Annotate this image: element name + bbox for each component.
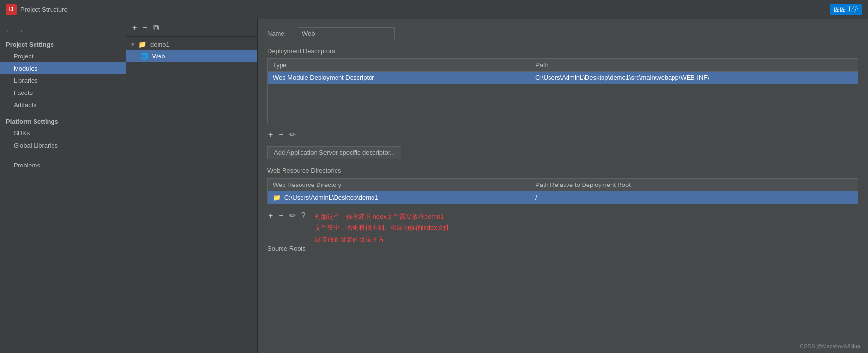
web-resource-action-toolbar: + − ✏ ? (267, 208, 307, 223)
tree-panel: + − ⧉ ▼ 📁 demo1 🌐 Web (126, 19, 258, 353)
forward-arrow[interactable]: → (17, 26, 24, 35)
web-resource-dir-cell: 📁 C:\Users\AdminL\Desktop\demo1 (268, 191, 531, 204)
folder-icon-small: 📁 (273, 194, 281, 201)
web-resource-edit-btn[interactable]: ✏ (288, 211, 297, 220)
web-resource-table: Web Resource Directory Path Relative to … (267, 178, 858, 204)
folder-icon: 📁 (138, 40, 146, 48)
sidebar-item-project[interactable]: Project (0, 50, 126, 62)
main-layout: ← → Project Settings Project Modules Lib… (0, 19, 868, 353)
deployment-path-cell: C:\Users\AdminL\Desktop\demo1\src\main\w… (531, 72, 858, 84)
web-resource-add-btn[interactable]: + (267, 211, 274, 220)
sidebar-item-sdks[interactable]: SDKs (0, 127, 126, 139)
tree-item-demo1[interactable]: ▼ 📁 demo1 (126, 38, 257, 50)
deployment-table-row[interactable]: Web Module Deployment Descriptor C:\User… (268, 72, 858, 84)
tree-remove-button[interactable]: − (142, 23, 148, 32)
tree-toolbar: + − ⧉ (126, 19, 257, 37)
deployment-remove-btn[interactable]: − (278, 130, 284, 139)
deployment-add-btn[interactable]: + (267, 130, 274, 139)
web-icon: 🌐 (140, 52, 148, 60)
sidebar-item-facets[interactable]: Facets (0, 87, 126, 99)
sidebar-divider-2 (0, 151, 126, 155)
web-resource-section-title: Web Resource Directories (267, 167, 858, 174)
window-title: Project Structure (20, 6, 68, 13)
annotation-line-2: 文件夹中，否则将找不到。相应的你的index文件 (315, 222, 450, 233)
deployment-table-empty (268, 84, 858, 123)
web-resource-left: + − ✏ ? (267, 208, 307, 245)
tree-add-button[interactable]: + (131, 23, 138, 32)
deployment-section-title: Deployment Descriptors (267, 47, 858, 55)
deployment-type-cell: Web Module Deployment Descriptor (268, 72, 531, 84)
add-server-button[interactable]: Add Application Server specific descript… (267, 146, 401, 159)
sidebar-item-modules[interactable]: Modules (0, 62, 126, 74)
content-panel: Name: Deployment Descriptors Type Path W… (258, 19, 868, 353)
sidebar: ← → Project Settings Project Modules Lib… (0, 19, 126, 353)
app-logo: IJ (6, 4, 17, 15)
tree-expand-arrow: ▼ (130, 42, 136, 47)
title-bar: IJ Project Structure 佐佐·工学 (0, 0, 868, 19)
type-column-header: Type (268, 59, 531, 71)
title-badge: 佐佐·工学 (830, 4, 862, 15)
sidebar-spacer (0, 155, 126, 159)
platform-settings-header: Platform Settings (0, 115, 126, 127)
tree-item-demo1-label: demo1 (150, 41, 170, 48)
name-label: Name: (267, 30, 292, 37)
sidebar-item-problems[interactable]: Problems (0, 159, 126, 171)
back-arrow[interactable]: ← (5, 26, 13, 35)
web-resource-path-cell: / (531, 191, 858, 204)
web-resource-table-row[interactable]: 📁 C:\Users\AdminL\Desktop\demo1 / (268, 191, 858, 204)
credit-text: CSDN @Mazeltov&&lliua (800, 343, 860, 349)
source-roots-section-title: Source Roots (267, 245, 858, 252)
annotation-text: 列如这个，你创建的index文件需要放在demo1 文件夹中，否则将找不到。相应… (315, 211, 450, 245)
web-resource-table-header: Web Resource Directory Path Relative to … (268, 179, 858, 191)
web-resource-remove-btn[interactable]: − (278, 211, 284, 220)
tree-content: ▼ 📁 demo1 🌐 Web (126, 37, 257, 353)
web-resource-help-btn[interactable]: ? (301, 211, 307, 220)
annotation-line-3: 应该放到设定的目录下方 (315, 234, 450, 245)
deployment-action-toolbar: + − ✏ (267, 127, 858, 142)
web-resource-path-header: Path Relative to Deployment Root (531, 179, 858, 191)
annotation-line-1: 列如这个，你创建的index文件需要放在demo1 (315, 211, 450, 222)
name-field-row: Name: (267, 27, 858, 39)
sidebar-item-global-libraries[interactable]: Global Libraries (0, 139, 126, 151)
path-column-header: Path (531, 59, 858, 71)
name-input[interactable] (298, 27, 395, 39)
sidebar-divider (0, 111, 126, 115)
sidebar-item-libraries[interactable]: Libraries (0, 74, 126, 87)
web-resource-dir-header: Web Resource Directory (268, 179, 531, 191)
project-settings-header: Project Settings (0, 38, 126, 50)
nav-arrows: ← → (0, 23, 126, 38)
tree-item-web-label: Web (152, 53, 165, 60)
deployment-edit-btn[interactable]: ✏ (288, 130, 297, 139)
deployment-table-header: Type Path (268, 59, 858, 72)
web-resource-area: + − ✏ ? 列如这个，你创建的index文件需要放在demo1 文件夹中，否… (267, 208, 858, 245)
deployment-table: Type Path Web Module Deployment Descript… (267, 58, 858, 123)
sidebar-item-artifacts[interactable]: Artifacts (0, 99, 126, 111)
tree-item-web[interactable]: 🌐 Web (126, 50, 257, 62)
tree-copy-button[interactable]: ⧉ (152, 23, 159, 32)
